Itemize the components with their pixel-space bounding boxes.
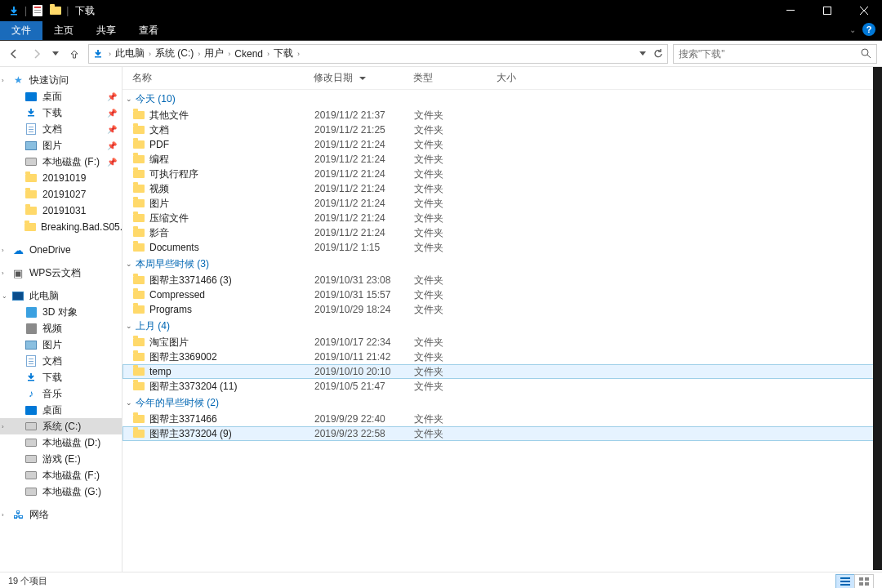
back-button[interactable] (5, 45, 23, 63)
sidebar-item[interactable]: 文档 (0, 353, 122, 369)
forward-button[interactable] (28, 45, 46, 63)
sidebar-item[interactable]: 20191031 (0, 203, 122, 219)
sidebar-this-pc[interactable]: ⌄ 此电脑 (0, 287, 122, 304)
chevron-down-icon[interactable]: ⌄ (126, 260, 132, 268)
maximize-button[interactable] (808, 0, 845, 21)
breadcrumb-seg[interactable]: 下载 (271, 47, 296, 60)
chevron-right-icon[interactable]: › (2, 77, 4, 84)
minimize-button[interactable] (772, 0, 808, 21)
file-row[interactable]: 图帮主3371466 (3)2019/10/31 23:08文件夹 (122, 273, 882, 287)
view-thumbnails-button[interactable] (854, 574, 874, 589)
ribbon-tabs: 文件 主页 共享 查看 ⌄ ? (0, 21, 882, 41)
sidebar-network[interactable]: › 🖧 网络 (0, 506, 122, 523)
tab-home[interactable]: 主页 (42, 21, 85, 40)
file-row[interactable]: 其他文件2019/11/2 21:37文件夹 (122, 108, 882, 122)
breadcrumb-seg[interactable]: 系统 (C:) (153, 47, 196, 60)
group-header[interactable]: ⌄今天 (10) (122, 90, 882, 108)
sidebar-item[interactable]: 桌面📌 (0, 88, 122, 105)
sidebar-item[interactable]: 3D 对象 (0, 304, 122, 320)
chevron-right-icon[interactable]: › (226, 50, 232, 58)
sidebar-item[interactable]: 图片 (0, 336, 122, 353)
chevron-down-icon[interactable]: ⌄ (126, 399, 132, 407)
chevron-right-icon[interactable]: › (2, 270, 4, 277)
breadcrumb-seg[interactable]: Ckend (232, 48, 265, 60)
col-date[interactable]: 修改日期 (314, 71, 413, 85)
col-size[interactable]: 大小 (497, 71, 562, 85)
chevron-right-icon[interactable]: › (296, 50, 301, 58)
file-row[interactable]: 图帮主3373204 (11)2019/10/5 21:47文件夹 (122, 379, 882, 394)
ribbon-chevron-icon[interactable]: ⌄ (849, 25, 856, 34)
sidebar-item[interactable]: 20191019 (0, 170, 122, 186)
col-name[interactable]: 名称 (132, 71, 314, 85)
sidebar-item[interactable]: 本地磁盘 (F:)📌 (0, 154, 122, 170)
file-row[interactable]: Documents2019/11/2 1:15文件夹 (122, 240, 882, 255)
sidebar-item[interactable]: 图片📌 (0, 137, 122, 154)
file-row[interactable]: 编程2019/11/2 21:24文件夹 (122, 152, 882, 167)
chevron-right-icon[interactable]: › (2, 247, 4, 254)
file-row[interactable]: 影音2019/11/2 21:24文件夹 (122, 225, 882, 240)
col-type[interactable]: 类型 (413, 71, 497, 85)
chevron-right-icon[interactable]: › (196, 50, 202, 58)
recent-dropdown[interactable] (51, 45, 60, 63)
chevron-down-icon[interactable]: ⌄ (126, 322, 132, 330)
sidebar-item[interactable]: 下载📌 (0, 105, 122, 121)
chevron-right-icon[interactable]: › (2, 511, 4, 519)
breadcrumb-dropdown-icon[interactable] (639, 51, 646, 56)
sidebar-item[interactable]: 下载 (0, 369, 122, 385)
sidebar-item[interactable]: 本地磁盘 (G:) (0, 483, 122, 500)
view-details-button[interactable] (835, 574, 855, 589)
file-row[interactable]: 图帮主3373204 (9)2019/9/23 22:58文件夹 (122, 426, 882, 441)
sidebar-item[interactable]: ›系统 (C:) (0, 418, 122, 434)
file-row[interactable]: temp2019/10/10 20:10文件夹 (122, 364, 882, 379)
search-icon[interactable] (861, 48, 871, 59)
chevron-right-icon[interactable]: › (265, 50, 271, 58)
file-row[interactable]: 图帮主33714662019/9/29 22:40文件夹 (122, 412, 882, 426)
sidebar-item[interactable]: 20191027 (0, 186, 122, 203)
chevron-down-icon[interactable]: ⌄ (2, 292, 7, 300)
file-row[interactable]: PDF2019/11/2 21:24文件夹 (122, 137, 882, 152)
tab-file[interactable]: 文件 (0, 21, 42, 40)
file-row[interactable]: Compressed2019/10/31 15:57文件夹 (122, 287, 882, 302)
tab-view[interactable]: 查看 (127, 21, 170, 40)
chevron-right-icon[interactable]: › (147, 50, 153, 58)
group-header[interactable]: ⌄上月 (4) (122, 317, 882, 335)
file-row[interactable]: 文档2019/11/2 21:25文件夹 (122, 122, 882, 137)
chevron-right-icon[interactable]: › (107, 50, 113, 58)
sidebar-quick-access[interactable]: › ★ 快速访问 (0, 72, 122, 88)
up-button[interactable] (65, 45, 83, 63)
sidebar-item[interactable]: 桌面 (0, 402, 122, 418)
search-box[interactable] (673, 44, 877, 64)
folder-icon (133, 430, 146, 438)
breadcrumb[interactable]: › 此电脑 › 系统 (C:) › 用户 › Ckend › 下载 › (88, 44, 668, 64)
breadcrumb-seg[interactable]: 用户 (202, 47, 226, 60)
file-row[interactable]: 视频2019/11/2 21:24文件夹 (122, 181, 882, 196)
chevron-right-icon[interactable]: › (2, 423, 4, 430)
file-row[interactable]: 图片2019/11/2 21:24文件夹 (122, 196, 882, 211)
sidebar-item[interactable]: 视频 (0, 320, 122, 336)
sidebar-wps[interactable]: › ▣ WPS云文档 (0, 265, 122, 281)
sidebar-item[interactable]: Breaking.Bad.S05. (0, 219, 122, 235)
file-type: 文件夹 (414, 182, 497, 196)
sidebar-item[interactable]: 游戏 (E:) (0, 451, 122, 467)
sidebar-item[interactable]: 本地磁盘 (F:) (0, 467, 122, 483)
file-list[interactable]: ⌄今天 (10)其他文件2019/11/2 21:37文件夹文档2019/11/… (122, 90, 882, 572)
file-row[interactable]: 压缩文件2019/11/2 21:24文件夹 (122, 211, 882, 225)
sidebar-item-label: 本地磁盘 (F:) (42, 155, 100, 169)
breadcrumb-seg[interactable]: 此电脑 (113, 47, 147, 60)
file-row[interactable]: Programs2019/10/29 18:24文件夹 (122, 302, 882, 317)
sidebar-item[interactable]: ♪音乐 (0, 385, 122, 402)
file-row[interactable]: 淘宝图片2019/10/17 22:34文件夹 (122, 335, 882, 350)
sidebar-item[interactable]: 文档📌 (0, 121, 122, 137)
file-row[interactable]: 图帮主33690022019/10/11 21:42文件夹 (122, 350, 882, 364)
group-header[interactable]: ⌄今年的早些时候 (2) (122, 394, 882, 412)
search-input[interactable] (679, 48, 861, 60)
sidebar-item[interactable]: 本地磁盘 (D:) (0, 434, 122, 451)
group-header[interactable]: ⌄本周早些时候 (3) (122, 255, 882, 273)
sidebar-onedrive[interactable]: › ☁ OneDrive (0, 242, 122, 258)
file-row[interactable]: 可执行程序2019/11/2 21:24文件夹 (122, 167, 882, 181)
tab-share[interactable]: 共享 (85, 21, 127, 40)
close-button[interactable] (845, 0, 882, 21)
refresh-button[interactable] (653, 48, 664, 60)
chevron-down-icon[interactable]: ⌄ (126, 95, 132, 103)
help-button[interactable]: ? (862, 23, 875, 36)
